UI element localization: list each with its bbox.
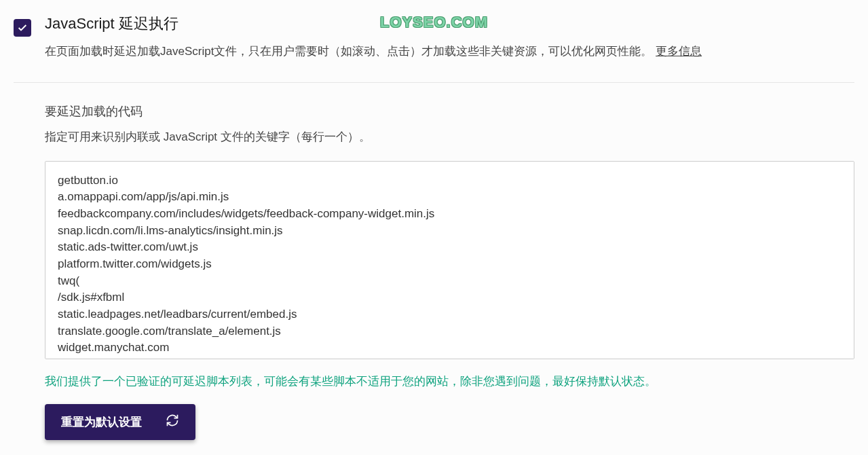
reset-button-label: 重置为默认设置 (61, 414, 142, 430)
section-title: 要延迟加载的代码 (45, 103, 854, 120)
refresh-icon (166, 414, 179, 431)
delay-js-checkbox[interactable] (14, 19, 31, 37)
description-text: 在页面加载时延迟加载JaveScript文件，只在用户需要时（如滚动、点击）才加… (45, 45, 652, 58)
header-section: JavaScript 延迟执行 在页面加载时延迟加载JaveScript文件，只… (14, 14, 854, 83)
info-text: 我们提供了一个已验证的可延迟脚本列表，可能会有某些脚本不适用于您的网站，除非您遇… (45, 372, 854, 390)
delay-scripts-textarea[interactable] (45, 161, 854, 359)
settings-container: JavaScript 延迟执行 在页面加载时延迟加载JaveScript文件，只… (0, 0, 868, 455)
header-content: JavaScript 延迟执行 在页面加载时延迟加载JaveScript文件，只… (45, 14, 854, 62)
reset-default-button[interactable]: 重置为默认设置 (45, 404, 195, 440)
more-info-link[interactable]: 更多信息 (656, 45, 702, 58)
body-section: 要延迟加载的代码 指定可用来识别内联或 JavaScript 文件的关键字（每行… (14, 103, 854, 440)
textarea-wrapper (45, 161, 854, 362)
header-description: 在页面加载时延迟加载JaveScript文件，只在用户需要时（如滚动、点击）才加… (45, 42, 854, 62)
header-title: JavaScript 延迟执行 (45, 14, 854, 34)
section-description: 指定可用来识别内联或 JavaScript 文件的关键字（每行一个）。 (45, 128, 854, 147)
checkbox-wrapper (14, 19, 31, 37)
checkmark-icon (17, 22, 28, 33)
